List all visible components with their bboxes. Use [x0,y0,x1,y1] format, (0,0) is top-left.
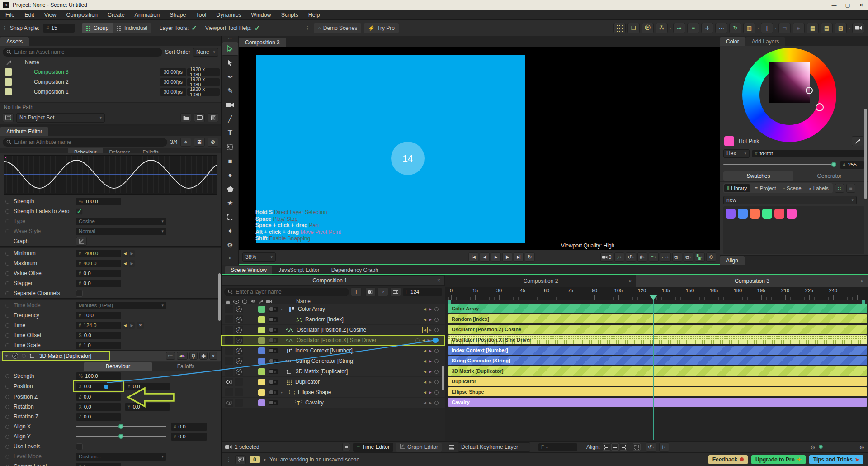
layer-color-swatch[interactable] [258,316,265,323]
matrix-tab-behaviour[interactable]: Behaviour [84,362,152,371]
close-tab-icon[interactable]: × [861,278,863,284]
filmstrip-icon[interactable]: ▥ [743,23,755,33]
swatches-tab[interactable]: Swatches [723,171,793,181]
layer-color-swatch[interactable] [258,379,265,385]
layer-camera-toggle[interactable] [269,348,278,353]
align-keys-center-icon[interactable] [611,443,619,451]
align-bars-icon[interactable]: ≡ [687,23,699,33]
asset-search-input[interactable] [3,48,162,57]
hue-indicator[interactable] [816,103,824,111]
close-button[interactable]: ✕ [854,0,868,10]
pencil-tool[interactable]: ✎ [222,84,239,98]
layer-row-3d-matrix[interactable]: ✓ 3D Matrix [Duplicator] ◀▶ [222,366,445,376]
connection-dot-target[interactable] [433,338,439,343]
alpha-slider[interactable] [723,164,836,165]
library-button[interactable]: ⫴Library [724,184,750,192]
minimum-field[interactable]: #-400.0 [76,250,121,257]
visibility-eye-icon[interactable] [226,380,232,384]
keyframe-next-icon[interactable]: ▶ [129,260,135,267]
menu-dynamics[interactable]: Dynamics [216,12,241,18]
trash-icon[interactable] [208,113,218,122]
expand-chevron-icon[interactable]: ▾ [281,307,283,311]
align-keys-left-icon[interactable] [603,443,610,451]
keyframe-prev-icon[interactable]: ◀ [122,260,128,267]
close-tab-icon[interactable]: × [437,277,440,284]
scene-window-tab[interactable]: Scene Window [225,266,272,274]
extrude-tool-icon[interactable]: ❒ [627,23,640,33]
stack-view-icon[interactable]: ⧉▸ [672,252,682,262]
timeline-bar-random[interactable]: Random [Index] [448,314,867,323]
stagger-left-icon[interactable]: ⫤ [778,23,791,33]
audio-icon[interactable]: ♪▸ [614,252,624,262]
text-path-icon[interactable]: Ʈ [761,23,773,33]
stagger-right-icon[interactable]: ⫦ [793,23,805,33]
layer-row-ellipse-shape[interactable]: ▾ Ellipse Shape ◀▶ [222,387,445,397]
folder-icon[interactable] [180,113,191,122]
connection-dot[interactable] [104,385,108,389]
ellipse-tool[interactable]: ● [222,168,239,182]
type-select[interactable]: Cosine▾ [76,218,166,225]
generator-tab[interactable]: Generator [794,171,864,181]
layer-list-scrollbar[interactable] [442,366,444,390]
asset-row[interactable]: Composition 2 30.00fps 1920 x 1080 [0,77,221,87]
layer-camera-toggle[interactable] [269,400,278,405]
swatch-orange[interactable] [750,209,760,219]
timeline-bar-duplicator[interactable]: Duplicator [448,377,867,386]
sv-indicator[interactable] [806,87,813,94]
stagger-field[interactable]: #0.0 [76,280,121,287]
add-attribute-icon[interactable]: ⊞ [194,138,205,147]
close-section-icon[interactable]: × [209,352,217,360]
project-button[interactable]: ≣Project [751,184,779,192]
ease-curve-icon[interactable]: ↺▸ [646,442,656,452]
rotation-y-field[interactable]: Y0.0 [125,403,170,411]
matrix-section-header[interactable]: ▼ ✓ 3D Matrix [Duplicator] ≔ ◀▶ ⚲ ✚ × [0,350,221,361]
frame-region-icon[interactable]: ▭▸ [660,252,671,262]
layer-color-swatch[interactable] [258,347,265,354]
more-tools-chevrons[interactable]: » [222,255,238,261]
peek-tab-behaviour[interactable]: Behaviour [68,148,103,153]
layer-row-color-array[interactable]: ✓ ▾ Color Array ◀▶ [222,304,445,314]
align-keys-right-icon[interactable] [620,443,627,451]
position-z-field[interactable]: Z0.0 [76,393,121,401]
menu-help[interactable]: Help [308,12,320,18]
level-mode-select[interactable]: Custom...▾ [76,453,166,461]
timeline-bar-index-context[interactable]: Index Context [Number] [448,346,867,355]
maximize-button[interactable]: ▢ [841,0,854,10]
emitter-tool[interactable]: ✦ [222,224,239,238]
fades-checkbox[interactable]: ✓ [76,208,83,215]
demo-scenes-button[interactable]: ∴ Demo Scenes [314,23,361,33]
layer-row-index-context[interactable]: ✓ Index Context [Number] ◀▶ [222,346,445,356]
enabled-check-icon[interactable]: ✓ [12,353,18,359]
zoom-out-icon[interactable]: ⊖ [810,444,815,451]
keyframe-next-icon[interactable]: ▶ [129,250,135,257]
timeline-bar-oscillator-x-selected[interactable]: Oscillator [Position.X] Sine Driver [448,335,867,344]
utility-tool[interactable]: ⚙ [222,238,239,252]
motion-path-icon[interactable]: ↺▸ [626,252,636,262]
behaviour-stack-icon[interactable]: ≔ [166,352,175,360]
ellipsis-dots-icon[interactable]: ⋯ [715,23,727,33]
timeline-bar-cavalry[interactable]: Cavalry [448,398,867,407]
saturation-value-square[interactable] [769,62,810,103]
value-offset-field[interactable]: #0.0 [76,270,121,277]
asset-name[interactable]: Composition 3 [34,69,69,75]
play-button[interactable]: ▶ [491,252,501,262]
align-y-slider[interactable] [76,436,166,437]
timeline-bar-3d-matrix[interactable]: 3D Matrix [Duplicator] [448,366,867,376]
menu-scripts[interactable]: Scripts [281,12,298,18]
viewport-comp-tab[interactable]: Composition 3 [239,38,286,47]
timeline-zoom-slider[interactable] [818,447,857,447]
layer-color-swatch[interactable] [258,358,265,365]
boxed-keyframe-arrow[interactable]: ◀ [424,328,426,332]
layer-color-swatch[interactable] [258,389,265,396]
scatter-tool-icon[interactable]: ⁂ [656,23,668,33]
timeline-tab-comp2[interactable]: Composition 2× [445,275,636,287]
line-tool[interactable]: ╱ [222,112,239,126]
collapse-chevron-icon[interactable]: ▼ [5,354,9,358]
align-x-slider[interactable] [76,426,166,427]
viewport-zoom-select[interactable]: 38%▾ [242,252,276,262]
asset-name[interactable]: Composition 1 [34,89,69,95]
asset-row[interactable]: Composition 3 30.00fps 1920 x 1080 [0,67,221,77]
duplicator-tool-icon[interactable] [613,23,626,33]
feedback-button[interactable]: Feedback [708,455,748,464]
matrix-tab-falloffs[interactable]: Falloffs [152,362,220,371]
